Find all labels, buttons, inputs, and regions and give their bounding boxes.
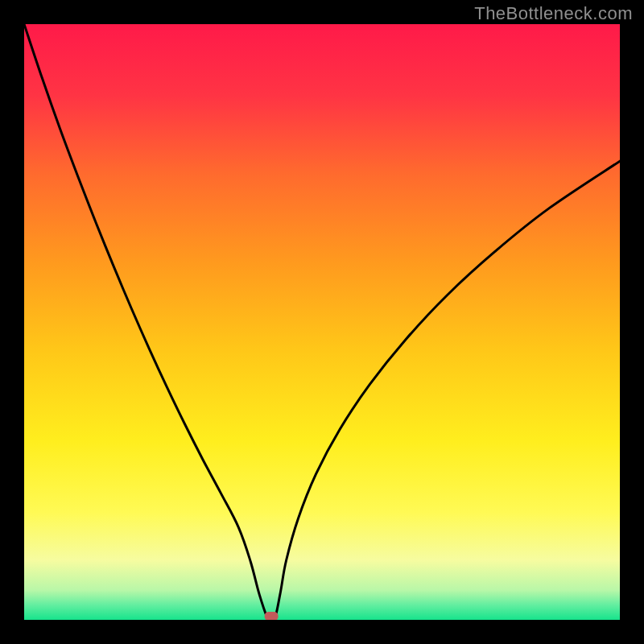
- watermark-text: TheBottleneck.com: [474, 3, 633, 24]
- gradient-background: [24, 24, 620, 620]
- plot-area: [24, 24, 620, 620]
- optimal-marker: [265, 612, 279, 620]
- bottleneck-plot-svg: [24, 24, 620, 620]
- chart-frame: TheBottleneck.com: [0, 0, 644, 644]
